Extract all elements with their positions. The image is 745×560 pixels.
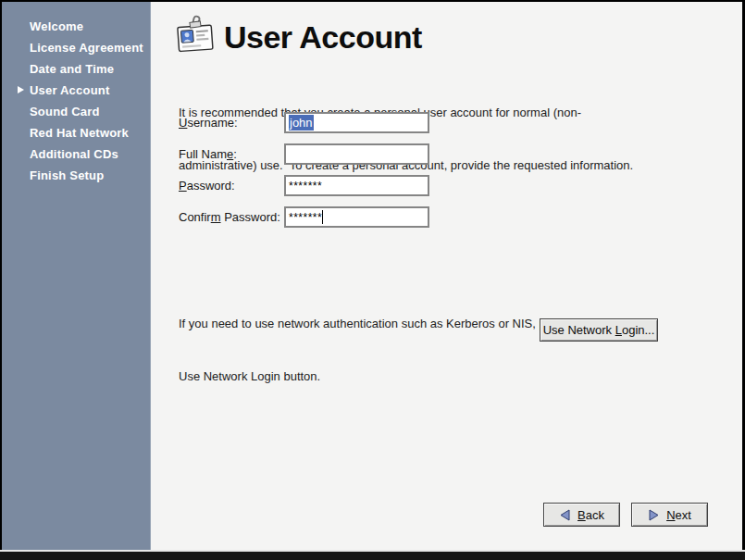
content-pane: User Account It is recommended that you …	[151, 2, 742, 550]
sidebar-item-sound-card[interactable]: Sound Card	[2, 101, 150, 122]
sidebar-item-user-account[interactable]: User Account	[2, 80, 150, 101]
id-badge-icon	[174, 13, 217, 61]
page-title: User Account	[224, 19, 422, 56]
sidebar: Welcome License Agreement Date and Time …	[2, 2, 151, 550]
confirm-password-input[interactable]: *******	[284, 206, 429, 228]
password-row: Password: *******	[151, 175, 742, 195]
setup-wizard-window: Welcome License Agreement Date and Time …	[0, 0, 745, 560]
username-row: Username: john	[151, 112, 742, 132]
full-name-label: Full Name:	[179, 147, 237, 161]
confirm-password-row: Confirm Password: *******	[151, 206, 742, 227]
selected-text: john	[289, 115, 314, 131]
username-label: Username:	[179, 116, 238, 130]
next-button[interactable]: Next	[631, 503, 708, 527]
page-header: User Account	[174, 13, 422, 61]
password-label: Password:	[179, 179, 235, 193]
back-arrow-icon	[559, 509, 571, 521]
active-step-arrow-icon	[18, 86, 24, 93]
full-name-input[interactable]	[284, 143, 429, 165]
sidebar-item-welcome[interactable]: Welcome	[2, 16, 150, 37]
sidebar-item-license-agreement[interactable]: License Agreement	[2, 37, 150, 58]
sidebar-item-red-hat-network[interactable]: Red Hat Network	[2, 122, 150, 143]
use-network-login-button[interactable]: Use Network Login...	[540, 318, 658, 342]
sidebar-item-date-and-time[interactable]: Date and Time	[2, 58, 150, 80]
text-caret	[322, 210, 323, 224]
sidebar-item-finish-setup[interactable]: Finish Setup	[2, 165, 150, 186]
confirm-password-label: Confirm Password:	[179, 210, 280, 224]
window-bottom-frame	[0, 550, 745, 560]
next-arrow-icon	[648, 509, 660, 521]
masked-password-text: *******	[289, 211, 322, 224]
network-auth-text: If you need to use network authenticatio…	[179, 280, 621, 420]
username-input[interactable]: john	[284, 112, 429, 133]
masked-password-text: *******	[289, 180, 322, 193]
sidebar-item-additional-cds[interactable]: Additional CDs	[2, 143, 150, 165]
back-button[interactable]: Back	[543, 503, 620, 527]
password-input[interactable]: *******	[284, 175, 429, 196]
full-name-row: Full Name:	[151, 143, 742, 164]
